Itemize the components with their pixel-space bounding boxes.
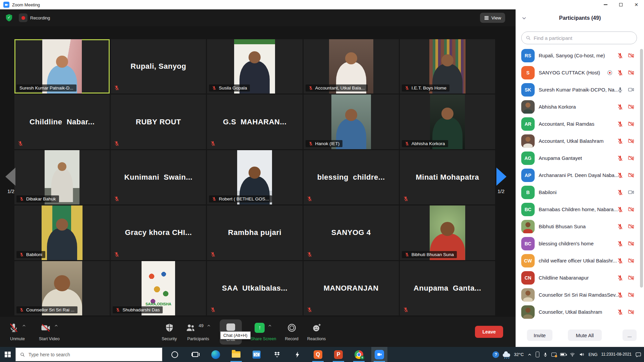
language-indicator[interactable]: ENG	[588, 352, 597, 357]
chevron-up-icon[interactable]	[207, 323, 211, 328]
participant-row[interactable]: Bibhuti Bhusan Suna	[516, 218, 644, 235]
video-tile[interactable]: G.S MAHARAN...	[207, 95, 302, 149]
volume-icon[interactable]	[579, 352, 585, 357]
participant-search-box[interactable]	[521, 32, 637, 44]
leave-button[interactable]: Leave	[475, 326, 503, 338]
video-tile[interactable]: Rambha pujari	[207, 205, 302, 260]
participant-search-input[interactable]	[534, 35, 633, 41]
participant-row[interactable]: CNChildline Nabaranapur	[516, 269, 644, 286]
chevron-up-icon[interactable]	[22, 323, 26, 328]
participant-row[interactable]: Counsellor, Utkal Balashram	[516, 303, 644, 320]
participant-row[interactable]: Counsellor Sri Sri Rai RamdasSev...	[516, 286, 644, 303]
cortana-button[interactable]	[167, 347, 183, 362]
dropbox-app[interactable]	[269, 347, 285, 362]
battery-icon[interactable]	[560, 353, 566, 356]
participant-row[interactable]: BCBarnabas Children home, Nabara...	[516, 201, 644, 218]
video-tile[interactable]: Gracy khora CHI...	[111, 205, 206, 260]
participants-button[interactable]: 49 Participants	[185, 323, 211, 341]
name-tag: Babiloni	[16, 251, 45, 258]
maximize-button[interactable]	[613, 0, 629, 9]
temperature-label[interactable]: 32°C	[514, 352, 524, 357]
file-explorer-app[interactable]	[228, 347, 244, 362]
tray-chevron-up-icon[interactable]	[527, 352, 532, 357]
more-options-button[interactable]: ...	[623, 329, 637, 341]
participant-row[interactable]: Accountant, Utkal Balashram	[516, 132, 644, 149]
video-tile[interactable]: RUBY ROUT	[111, 95, 206, 149]
minimize-button[interactable]	[598, 0, 613, 9]
chevron-up-icon[interactable]	[54, 323, 58, 328]
start-video-button[interactable]: Start Video	[39, 323, 60, 341]
zoom-app[interactable]	[371, 347, 387, 362]
task-view-icon	[192, 352, 198, 357]
video-tile[interactable]: SANYOG 4	[304, 205, 399, 260]
mail-app[interactable]	[249, 347, 265, 362]
video-tile[interactable]: SARA,ODISHAShubhadarshi Das	[111, 261, 206, 315]
view-button[interactable]: View	[480, 13, 505, 23]
video-tile[interactable]: Kunimani Swain...	[111, 150, 206, 204]
muted-mic-icon	[403, 196, 409, 201]
share-screen-icon: ↑	[255, 323, 265, 333]
reactions-button[interactable]: Reactions	[307, 323, 326, 341]
lightning-app[interactable]	[289, 347, 306, 362]
video-tile[interactable]: SAA Utkalbalas...	[207, 261, 302, 315]
chat-icon	[226, 323, 235, 331]
video-tile[interactable]: Abhisha Korkora	[400, 95, 495, 149]
invite-button[interactable]: Invite	[527, 329, 552, 341]
help-icon[interactable]: ?	[492, 351, 499, 358]
video-tile[interactable]: I.E.T. Boys Home	[400, 39, 495, 94]
video-tile[interactable]: Hanok (IET)	[304, 95, 399, 149]
participant-row[interactable]: SSANYOG CUTTACK (Host)	[516, 64, 644, 81]
shield-icon	[165, 323, 174, 333]
tray-mic-icon[interactable]	[543, 352, 548, 357]
action-center-icon[interactable]	[635, 352, 641, 358]
taskbar-clock[interactable]: 11:2331-08-2021	[601, 352, 632, 357]
video-tile[interactable]: Minati Mohapatra	[400, 150, 495, 204]
participant-row[interactable]: Abhisha Korkora	[516, 98, 644, 115]
powerpoint-app[interactable]: P	[330, 347, 346, 362]
previous-page-arrow[interactable]	[5, 168, 15, 186]
weather-widget[interactable]	[503, 352, 510, 357]
video-tile[interactable]: blessing childre...	[304, 150, 399, 204]
participant-row[interactable]: BCblessing children's home	[516, 235, 644, 252]
video-tile[interactable]: Dibakar Bahuk	[14, 150, 110, 204]
participant-row[interactable]: BBabiloni	[516, 184, 644, 201]
quickheal-app[interactable]: Q	[310, 347, 326, 362]
taskbar-search-input[interactable]	[29, 352, 158, 357]
next-page-arrow[interactable]	[496, 168, 506, 186]
unmute-button[interactable]: Unmute	[9, 323, 26, 341]
video-tile[interactable]: Accountant, Utkal Bala...	[304, 39, 399, 94]
video-tile[interactable]: Robert ( BETHEL GOS...	[207, 150, 302, 204]
chat-button[interactable]: Chat Chat (Alt+H)	[220, 319, 242, 345]
panel-scrollbar[interactable]	[640, 49, 643, 288]
video-tile[interactable]: MANORANJAN	[304, 261, 399, 315]
chrome-app[interactable]: S	[351, 347, 367, 362]
participant-row[interactable]: RSRupali, Sanyog (Co-host, me)	[516, 47, 644, 64]
video-tile[interactable]: Childline Nabar...	[14, 95, 110, 149]
share-screen-button[interactable]: ↑ Share Screen	[251, 323, 276, 341]
video-tile[interactable]: Suresh Kumar Patnaik-D...	[14, 39, 110, 94]
avatar-photo	[521, 100, 535, 114]
participant-row[interactable]: SKSuresh Kumar Patnaik-DCPO, Na...	[516, 81, 644, 98]
participant-row[interactable]: AGAnupama Gantayet	[516, 149, 644, 167]
taskbar-search-box[interactable]	[15, 348, 162, 361]
participant-row[interactable]: ARAccountant, Rai Ramdas	[516, 115, 644, 132]
video-tile[interactable]: Rupali, Sanyog	[111, 39, 206, 94]
video-tile[interactable]: Susila Gopala	[207, 39, 302, 94]
video-tile[interactable]: Counsellor Sri Sri Rai ...	[14, 261, 110, 315]
mute-all-button[interactable]: Mute All	[568, 329, 602, 341]
phone-link-icon[interactable]	[536, 352, 539, 357]
ime-pad-icon[interactable]	[551, 353, 556, 357]
participant-row[interactable]: APArchanarani Pt. Deen Dayal Naba...	[516, 167, 644, 184]
video-tile[interactable]: Anupama Ganta...	[400, 261, 495, 315]
video-tile[interactable]: Bibhuti Bhusan Suna	[400, 205, 495, 260]
close-button[interactable]: ✕	[629, 0, 644, 9]
edge-app[interactable]	[208, 347, 224, 362]
security-button[interactable]: Security	[162, 323, 177, 341]
start-button[interactable]	[0, 347, 15, 362]
video-tile[interactable]: Babiloni	[14, 205, 110, 260]
task-view-button[interactable]	[187, 347, 203, 362]
participant-row[interactable]: CWchild welfare officer Utkal Balashr...	[516, 252, 644, 269]
record-button[interactable]: Record	[285, 323, 298, 341]
wifi-icon[interactable]	[570, 352, 575, 357]
chevron-up-icon[interactable]	[268, 323, 272, 328]
